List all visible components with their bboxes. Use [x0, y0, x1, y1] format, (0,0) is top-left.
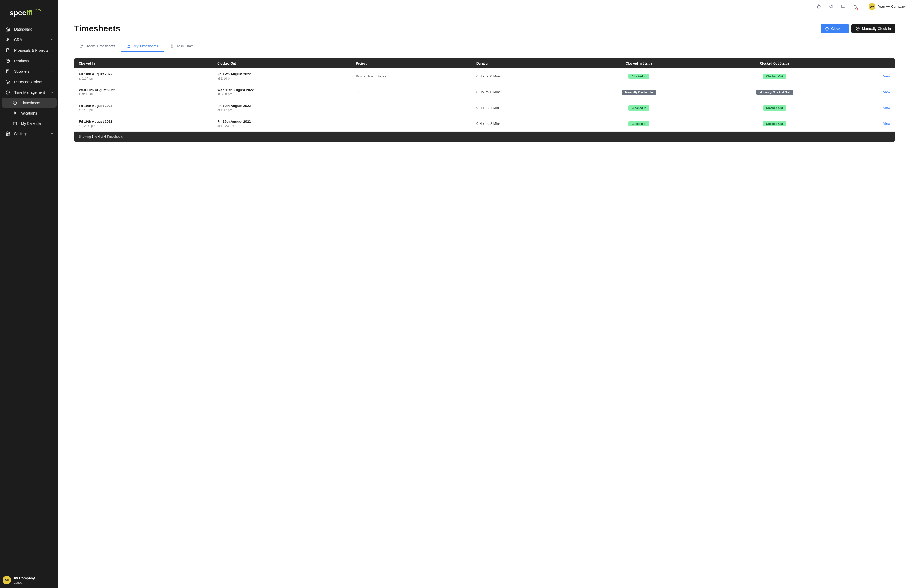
sidebar-item-purchase-orders[interactable]: Purchase Orders — [2, 77, 57, 87]
cell-project: ----- — [351, 116, 472, 132]
header-actions: Clock In Manually Clock In — [821, 24, 895, 34]
user-avatar[interactable]: AC — [3, 576, 11, 584]
svg-point-3 — [8, 39, 10, 40]
col-duration: Duration — [472, 58, 573, 68]
view-link[interactable]: View — [883, 74, 890, 78]
chevron-up-icon — [50, 90, 53, 95]
home-icon — [5, 27, 11, 32]
sidebar-footer: AC AV Company Logout — [0, 572, 58, 588]
sidebar-item-label: Products — [14, 59, 29, 63]
cell-out-status: Clocked Out — [705, 68, 844, 84]
chevron-down-icon — [50, 69, 53, 73]
svg-point-11 — [7, 133, 9, 134]
sidebar-subitem-vacations[interactable]: Vacations — [2, 108, 57, 118]
cell-clocked-out: Fri 19th August 2022at 12:23 pm — [213, 116, 351, 132]
button-label: Manually Clock In — [862, 27, 891, 31]
svg-point-2 — [7, 39, 8, 40]
cell-action: View — [844, 84, 895, 100]
user-avatar-top: AV — [869, 3, 875, 10]
sidebar-item-label: Purchase Orders — [14, 80, 42, 84]
svg-point-13 — [826, 27, 829, 30]
gear-icon — [5, 131, 11, 136]
clock-in-button[interactable]: Clock In — [821, 24, 849, 34]
col-clocked-in: Clocked In — [74, 58, 213, 68]
user-chip[interactable]: AV Your AV Company — [869, 3, 906, 10]
cell-action: View — [844, 68, 895, 84]
logout-link[interactable]: Logout — [14, 581, 35, 584]
svg-point-15 — [81, 45, 82, 46]
sidebar-item-settings[interactable]: Settings — [2, 129, 57, 139]
company-label: Your AV Company — [878, 5, 906, 8]
svg-text:spec: spec — [10, 9, 26, 17]
col-in-status: Clocked In Status — [573, 58, 705, 68]
box-icon — [5, 58, 11, 63]
status-badge: Clocked Out — [763, 74, 787, 79]
tab-task-time[interactable]: Task Time — [164, 41, 199, 52]
table-row: Fri 19th August 2022at 1:16 pm Fri 19th … — [74, 100, 895, 116]
cell-out-status: Clocked Out — [705, 116, 844, 132]
svg-point-5 — [7, 83, 8, 84]
people-icon — [80, 44, 84, 48]
button-label: Clock In — [831, 27, 845, 31]
company-name: AV Company — [14, 576, 35, 580]
cell-clocked-in: Fri 19th August 2022at 12:20 pm — [74, 116, 213, 132]
sidebar-subitem-label: Vacations — [21, 111, 37, 115]
sidebar-subitem-timesheets[interactable]: Timesheets — [2, 98, 57, 108]
sidebar-item-dashboard[interactable]: Dashboard — [2, 24, 57, 34]
sidebar-item-proposals[interactable]: Proposals & Projects — [2, 45, 57, 55]
sidebar-item-crm[interactable]: CRM — [2, 35, 57, 45]
stopwatch-icon — [825, 27, 829, 31]
tab-label: My Timesheets — [134, 44, 158, 48]
cell-in-status: Clocked In — [573, 68, 705, 84]
sidebar-item-products[interactable]: Products — [2, 56, 57, 66]
cell-action: View — [844, 100, 895, 116]
stopwatch-icon[interactable] — [815, 3, 822, 10]
svg-point-6 — [9, 83, 9, 84]
sidebar-item-label: Dashboard — [14, 27, 32, 31]
sidebar-item-label: Time Management — [14, 90, 45, 95]
bell-icon[interactable] — [851, 3, 859, 10]
cell-duration: 0 Hours, 1 Min — [472, 100, 573, 116]
cell-project: ----- — [351, 100, 472, 116]
tab-my-timesheets[interactable]: My Timesheets — [121, 41, 164, 52]
sidebar-item-time-management[interactable]: Time Management — [2, 87, 57, 97]
cell-clocked-out: Fri 19th August 2022at 1:34 pm — [213, 68, 351, 84]
manually-clock-in-button[interactable]: Manually Clock In — [851, 24, 895, 34]
status-badge: Manually Clocked Out — [756, 89, 793, 95]
sidebar-subitem-label: My Calendar — [21, 121, 42, 126]
cell-project: Boston Town House — [351, 68, 472, 84]
sidebar-item-label: Settings — [14, 132, 27, 136]
page-header: Timesheets Clock In Manually Clock In — [74, 24, 895, 34]
col-project: Project — [351, 58, 472, 68]
sidebar-subitem-label: Timesheets — [21, 101, 40, 105]
chat-icon[interactable] — [839, 3, 847, 10]
cell-in-status: Clocked In — [573, 116, 705, 132]
content: Timesheets Clock In Manually Clock In Te… — [58, 13, 911, 152]
sidebar-item-suppliers[interactable]: Suppliers — [2, 66, 57, 76]
view-link[interactable]: View — [883, 90, 890, 94]
cell-clocked-out: Wed 10th August 2022at 5:00 pm — [213, 84, 351, 100]
vacation-icon — [11, 111, 18, 115]
building-icon — [5, 69, 11, 74]
cell-project: ----- — [351, 84, 472, 100]
cell-in-status: Manually Clocked In — [573, 84, 705, 100]
timesheets-table: Clocked In Clocked Out Project Duration … — [74, 58, 895, 142]
tabs: Team Timesheets My Timesheets Task Time — [74, 41, 895, 52]
tab-team-timesheets[interactable]: Team Timesheets — [74, 41, 121, 52]
status-badge: Clocked In — [628, 105, 649, 111]
sidebar-subitem-my-calendar[interactable]: My Calendar — [2, 118, 57, 128]
tab-label: Task Time — [176, 44, 193, 48]
chevron-down-icon — [50, 38, 53, 42]
view-link[interactable]: View — [883, 122, 890, 126]
topbar: AV Your AV Company — [58, 0, 911, 13]
clipboard-icon — [170, 44, 174, 48]
table-header: Clocked In Clocked Out Project Duration … — [74, 58, 895, 68]
table-row: Fri 19th August 2022at 1:34 pm Fri 19th … — [74, 68, 895, 84]
announcement-icon[interactable] — [827, 3, 835, 10]
cell-duration: 0 Hours, 2 Mins — [472, 116, 573, 132]
cell-clocked-out: Fri 19th August 2022at 1:17 pm — [213, 100, 351, 116]
page-title: Timesheets — [74, 24, 120, 34]
view-link[interactable]: View — [883, 106, 890, 110]
table-row: Wed 10th August 2022at 9:00 am Wed 10th … — [74, 84, 895, 100]
svg-rect-10 — [13, 122, 16, 125]
